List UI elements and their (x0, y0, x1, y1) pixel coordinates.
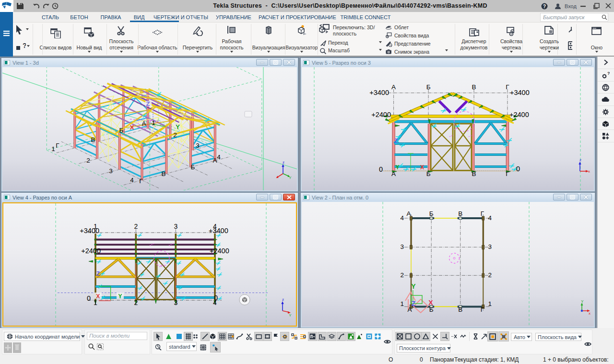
svg-text:Y: Y (176, 123, 180, 130)
svg-text:4: 4 (401, 214, 404, 222)
svg-text:+3400: +3400 (369, 89, 389, 96)
svg-text:?: ? (607, 72, 610, 76)
svg-text:1: 1 (152, 119, 155, 127)
svg-text:1: 1 (401, 300, 404, 307)
svg-text:4: 4 (217, 153, 221, 161)
svg-text:2: 2 (134, 223, 138, 230)
svg-text:2: 2 (86, 157, 90, 164)
svg-text:+2400: +2400 (81, 247, 101, 255)
svg-text:Г: Г (506, 170, 509, 177)
svg-text:?: ? (543, 4, 546, 9)
svg-text:А: А (142, 120, 146, 127)
svg-text:Б: Б (426, 170, 431, 177)
svg-text:Y: Y (581, 299, 584, 304)
svg-text:1: 1 (488, 300, 492, 307)
svg-text:z: z (283, 160, 284, 164)
svg-text:В: В (472, 170, 476, 177)
svg-text:z: z (282, 297, 284, 302)
svg-text:2: 2 (488, 271, 492, 279)
svg-text:Б: Б (429, 210, 434, 217)
svg-text:+2400: +2400 (371, 111, 391, 118)
svg-text:3: 3 (109, 167, 113, 175)
svg-text:2: 2 (134, 299, 138, 306)
svg-text:Г: Г (56, 142, 59, 149)
svg-text:Y: Y (395, 164, 399, 171)
svg-text:0: 0 (87, 294, 91, 302)
svg-text:Б: Б (429, 306, 434, 313)
svg-text:+3400: +3400 (209, 227, 228, 235)
svg-text:Y: Y (411, 282, 416, 290)
svg-text:Z: Z (146, 100, 150, 107)
svg-text:Г: Г (506, 83, 509, 91)
svg-text:+3400: +3400 (510, 89, 530, 96)
svg-text:x: x (588, 169, 590, 174)
svg-text:3: 3 (196, 142, 200, 149)
svg-text:Б: Б (191, 164, 195, 171)
svg-text:В: В (161, 170, 165, 177)
svg-text:Y: Y (289, 313, 292, 317)
svg-text:Z: Z (412, 300, 416, 307)
svg-text:3: 3 (174, 223, 177, 230)
svg-text:3: 3 (401, 243, 404, 250)
svg-text:А: А (391, 83, 396, 91)
svg-text:1: 1 (94, 299, 97, 306)
svg-text:Г: Г (139, 177, 143, 185)
svg-text:X: X (130, 124, 134, 131)
svg-text:Z: Z (96, 270, 100, 277)
svg-text:Г: Г (481, 210, 484, 217)
svg-text:В: В (472, 83, 476, 91)
svg-text:Б: Б (426, 83, 431, 91)
svg-text:В: В (91, 136, 95, 143)
svg-text:4: 4 (130, 176, 134, 184)
svg-text:А: А (406, 210, 411, 217)
svg-text:1: 1 (94, 223, 97, 230)
svg-text:Б: Б (119, 127, 124, 134)
svg-text:1: 1 (51, 145, 55, 153)
svg-text:+2400: +2400 (509, 111, 529, 118)
svg-text:4: 4 (213, 223, 217, 230)
svg-text:4: 4 (488, 214, 492, 222)
svg-text:Г: Г (481, 306, 484, 313)
svg-text:z: z (579, 158, 581, 162)
svg-text:3: 3 (174, 299, 177, 306)
svg-text:3: 3 (488, 243, 492, 250)
svg-text:X: X (420, 164, 424, 171)
svg-text:Z: Z (394, 138, 398, 144)
svg-text:x: x (589, 311, 590, 316)
svg-text:2: 2 (173, 131, 177, 139)
svg-text:+2400: +2400 (210, 247, 229, 255)
svg-text:2: 2 (401, 271, 404, 279)
svg-text:0: 0 (516, 165, 520, 173)
svg-text:В: В (458, 210, 462, 217)
svg-text:X: X (428, 299, 433, 306)
svg-text:0: 0 (379, 165, 383, 173)
svg-text:Y: Y (118, 293, 122, 300)
svg-text:Y: Y (289, 176, 292, 180)
svg-text:А: А (213, 157, 217, 164)
svg-text:А: А (407, 306, 412, 313)
svg-text:В: В (458, 306, 462, 313)
svg-text:X: X (96, 293, 100, 300)
svg-text:4: 4 (213, 299, 217, 306)
svg-text:А: А (391, 170, 396, 177)
